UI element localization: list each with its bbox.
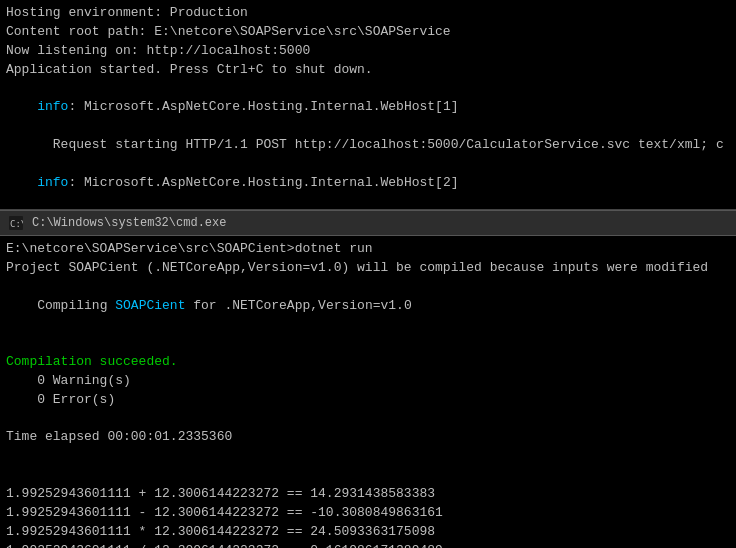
time-elapsed: Time elapsed 00:00:01.2335360 — [6, 428, 730, 447]
line-1: Hosting environment: Production — [6, 4, 730, 23]
warning-count: 0 Warning(s) — [6, 372, 730, 391]
bottom-line-1: E:\netcore\SOAPService\src\SOAPCient>dot… — [6, 240, 730, 259]
compilation-success: Compilation succeeded. — [6, 353, 730, 372]
cmd-icon: C:\ — [8, 215, 24, 231]
calc-add: 1.99252943601111 + 12.3006144223272 == 1… — [6, 485, 730, 504]
top-terminal-pane: Hosting environment: Production Content … — [0, 0, 736, 210]
calc-mul: 1.99252943601111 * 12.3006144223272 == 2… — [6, 523, 730, 542]
error-count: 0 Error(s) — [6, 391, 730, 410]
info-label-1: info — [37, 99, 68, 114]
line-5: info: Microsoft.AspNetCore.Hosting.Inter… — [6, 79, 730, 136]
bottom-line-blank-4 — [6, 466, 730, 485]
bottom-line-blank-3 — [6, 447, 730, 466]
info-label-2: info — [37, 175, 68, 190]
title-bar-text: C:\Windows\system32\cmd.exe — [32, 216, 226, 230]
line-7: info: Microsoft.AspNetCore.Hosting.Inter… — [6, 155, 730, 210]
line-3: Now listening on: http://localhost:5000 — [6, 42, 730, 61]
line-4: Application started. Press Ctrl+C to shu… — [6, 61, 730, 80]
calc-div: 1.99252943601111 / 12.3006144223272 == 0… — [6, 542, 730, 549]
window-title-bar: C:\ C:\Windows\system32\cmd.exe — [0, 210, 736, 236]
calc-sub: 1.99252943601111 - 12.3006144223272 == -… — [6, 504, 730, 523]
bottom-terminal-pane[interactable]: E:\netcore\SOAPService\src\SOAPCient>dot… — [0, 236, 736, 548]
bottom-line-blank-2 — [6, 410, 730, 429]
line-6: Request starting HTTP/1.1 POST http://lo… — [6, 136, 730, 155]
line-2: Content root path: E:\netcore\SOAPServic… — [6, 23, 730, 42]
bottom-line-2: Project SOAPCient (.NETCoreApp,Version=v… — [6, 259, 730, 278]
svg-text:C:\: C:\ — [10, 219, 23, 229]
soapclient-label: SOAPCient — [115, 298, 185, 313]
bottom-line-3: Compiling SOAPCient for .NETCoreApp,Vers… — [6, 278, 730, 335]
bottom-line-blank-1 — [6, 334, 730, 353]
